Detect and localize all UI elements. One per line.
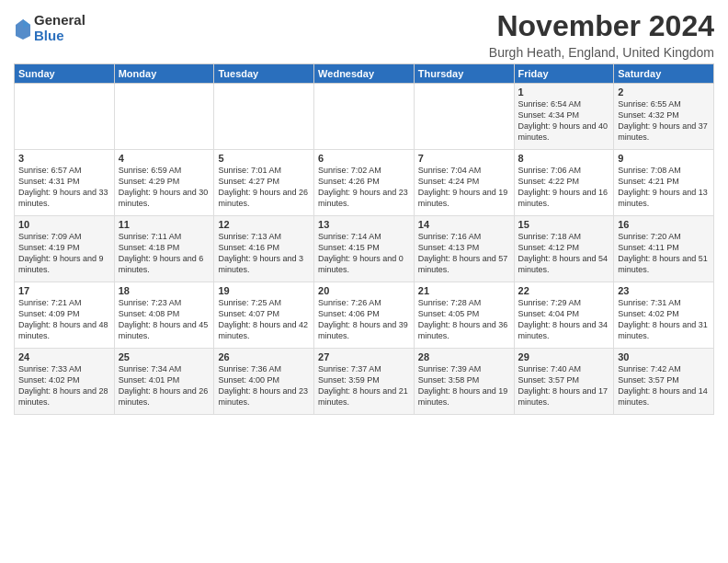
day-number: 18 [119, 285, 210, 296]
calendar-cell: 23Sunrise: 7:31 AM Sunset: 4:02 PM Dayli… [614, 282, 714, 349]
day-number: 26 [218, 351, 310, 362]
day-number: 30 [618, 351, 710, 362]
cell-content: Sunrise: 7:21 AM Sunset: 4:09 PM Dayligh… [18, 297, 110, 342]
day-header: Sunday [15, 64, 115, 84]
cell-content: Sunrise: 7:04 AM Sunset: 4:24 PM Dayligh… [418, 165, 510, 210]
day-number: 22 [518, 285, 610, 296]
cell-content: Sunrise: 7:20 AM Sunset: 4:11 PM Dayligh… [618, 231, 710, 276]
header-row: SundayMondayTuesdayWednesdayThursdayFrid… [15, 64, 714, 84]
calendar-cell: 27Sunrise: 7:37 AM Sunset: 3:59 PM Dayli… [314, 349, 415, 415]
cell-content: Sunrise: 7:25 AM Sunset: 4:07 PM Dayligh… [218, 297, 310, 342]
day-number: 17 [18, 285, 110, 296]
calendar-cell: 17Sunrise: 7:21 AM Sunset: 4:09 PM Dayli… [15, 282, 115, 349]
calendar-cell: 15Sunrise: 7:18 AM Sunset: 4:12 PM Dayli… [514, 216, 614, 282]
day-number: 3 [18, 153, 110, 164]
day-number: 1 [518, 86, 610, 98]
day-number: 2 [618, 86, 710, 98]
cell-content: Sunrise: 7:34 AM Sunset: 4:01 PM Dayligh… [119, 363, 210, 408]
day-number: 5 [218, 153, 310, 164]
calendar-cell: 21Sunrise: 7:28 AM Sunset: 4:05 PM Dayli… [414, 282, 514, 349]
day-number: 11 [119, 219, 210, 230]
calendar-cell: 10Sunrise: 7:09 AM Sunset: 4:19 PM Dayli… [15, 216, 115, 282]
day-number: 7 [418, 153, 510, 164]
day-number: 20 [318, 285, 410, 296]
cell-content: Sunrise: 7:31 AM Sunset: 4:02 PM Dayligh… [618, 297, 710, 342]
day-number: 15 [518, 219, 610, 230]
calendar-week-row: 3Sunrise: 6:57 AM Sunset: 4:31 PM Daylig… [15, 150, 714, 216]
cell-content: Sunrise: 7:26 AM Sunset: 4:06 PM Dayligh… [318, 297, 410, 342]
day-header: Wednesday [314, 64, 415, 84]
calendar-cell: 3Sunrise: 6:57 AM Sunset: 4:31 PM Daylig… [15, 150, 115, 216]
calendar-week-row: 17Sunrise: 7:21 AM Sunset: 4:09 PM Dayli… [15, 282, 714, 349]
cell-content: Sunrise: 7:23 AM Sunset: 4:08 PM Dayligh… [119, 297, 210, 342]
cell-content: Sunrise: 6:55 AM Sunset: 4:32 PM Dayligh… [618, 98, 710, 144]
cell-content: Sunrise: 7:33 AM Sunset: 4:02 PM Dayligh… [18, 363, 110, 408]
day-number: 19 [218, 285, 310, 296]
cell-content: Sunrise: 7:02 AM Sunset: 4:26 PM Dayligh… [318, 165, 410, 210]
day-header: Monday [114, 64, 214, 84]
logo: General Blue [14, 13, 85, 43]
calendar-cell: 25Sunrise: 7:34 AM Sunset: 4:01 PM Dayli… [114, 349, 214, 415]
calendar-cell: 6Sunrise: 7:02 AM Sunset: 4:26 PM Daylig… [314, 150, 415, 216]
calendar-cell: 30Sunrise: 7:42 AM Sunset: 3:57 PM Dayli… [614, 349, 714, 415]
cell-content: Sunrise: 6:57 AM Sunset: 4:31 PM Dayligh… [18, 165, 110, 210]
month-title: November 2024 [489, 9, 714, 43]
day-header: Tuesday [214, 64, 314, 84]
title-block: November 2024 Burgh Heath, England, Unit… [489, 9, 714, 60]
day-header: Saturday [614, 64, 714, 84]
location: Burgh Heath, England, United Kingdom [489, 45, 714, 60]
calendar-cell: 24Sunrise: 7:33 AM Sunset: 4:02 PM Dayli… [15, 349, 115, 415]
day-number: 10 [18, 219, 110, 230]
day-number: 23 [618, 285, 710, 296]
cell-content: Sunrise: 7:18 AM Sunset: 4:12 PM Dayligh… [518, 231, 610, 276]
cell-content: Sunrise: 7:39 AM Sunset: 3:58 PM Dayligh… [418, 363, 510, 408]
cell-content: Sunrise: 7:13 AM Sunset: 4:16 PM Dayligh… [218, 231, 310, 276]
day-header: Friday [514, 64, 614, 84]
day-header: Thursday [414, 64, 514, 84]
calendar-cell [114, 84, 214, 150]
calendar-cell: 22Sunrise: 7:29 AM Sunset: 4:04 PM Dayli… [514, 282, 614, 349]
day-number: 12 [218, 219, 310, 230]
logo-general: General [34, 13, 85, 29]
cell-content: Sunrise: 7:14 AM Sunset: 4:15 PM Dayligh… [318, 231, 410, 276]
cell-content: Sunrise: 6:54 AM Sunset: 4:34 PM Dayligh… [518, 98, 610, 144]
cell-content: Sunrise: 7:28 AM Sunset: 4:05 PM Dayligh… [418, 297, 510, 342]
cell-content: Sunrise: 6:59 AM Sunset: 4:29 PM Dayligh… [119, 165, 210, 210]
day-number: 13 [318, 219, 410, 230]
calendar-cell: 4Sunrise: 6:59 AM Sunset: 4:29 PM Daylig… [114, 150, 214, 216]
day-number: 29 [518, 351, 610, 362]
calendar-cell [414, 84, 514, 150]
header: General Blue November 2024 Burgh Heath, … [14, 9, 714, 60]
calendar-cell: 8Sunrise: 7:06 AM Sunset: 4:22 PM Daylig… [514, 150, 614, 216]
calendar-cell: 5Sunrise: 7:01 AM Sunset: 4:27 PM Daylig… [214, 150, 314, 216]
calendar-cell: 26Sunrise: 7:36 AM Sunset: 4:00 PM Dayli… [214, 349, 314, 415]
day-number: 28 [418, 351, 510, 362]
calendar-cell: 16Sunrise: 7:20 AM Sunset: 4:11 PM Dayli… [614, 216, 714, 282]
calendar-cell: 29Sunrise: 7:40 AM Sunset: 3:57 PM Dayli… [514, 349, 614, 415]
calendar-cell: 9Sunrise: 7:08 AM Sunset: 4:21 PM Daylig… [614, 150, 714, 216]
calendar-cell [15, 84, 115, 150]
calendar-cell [314, 84, 415, 150]
day-number: 8 [518, 153, 610, 164]
calendar-cell: 1Sunrise: 6:54 AM Sunset: 4:34 PM Daylig… [514, 84, 614, 150]
cell-content: Sunrise: 7:29 AM Sunset: 4:04 PM Dayligh… [518, 297, 610, 342]
day-number: 4 [119, 153, 210, 164]
day-number: 27 [318, 351, 410, 362]
cell-content: Sunrise: 7:09 AM Sunset: 4:19 PM Dayligh… [18, 231, 110, 276]
calendar-cell: 7Sunrise: 7:04 AM Sunset: 4:24 PM Daylig… [414, 150, 514, 216]
calendar-cell: 14Sunrise: 7:16 AM Sunset: 4:13 PM Dayli… [414, 216, 514, 282]
day-number: 24 [18, 351, 110, 362]
page-container: General Blue November 2024 Burgh Heath, … [0, 0, 728, 419]
cell-content: Sunrise: 7:42 AM Sunset: 3:57 PM Dayligh… [618, 363, 710, 408]
cell-content: Sunrise: 7:06 AM Sunset: 4:22 PM Dayligh… [518, 165, 610, 210]
day-number: 25 [119, 351, 210, 362]
calendar-week-row: 1Sunrise: 6:54 AM Sunset: 4:34 PM Daylig… [15, 84, 714, 150]
calendar-cell: 18Sunrise: 7:23 AM Sunset: 4:08 PM Dayli… [114, 282, 214, 349]
calendar-week-row: 24Sunrise: 7:33 AM Sunset: 4:02 PM Dayli… [15, 349, 714, 415]
cell-content: Sunrise: 7:01 AM Sunset: 4:27 PM Dayligh… [218, 165, 310, 210]
day-number: 16 [618, 219, 710, 230]
calendar-table: SundayMondayTuesdayWednesdayThursdayFrid… [14, 63, 714, 415]
calendar-week-row: 10Sunrise: 7:09 AM Sunset: 4:19 PM Dayli… [15, 216, 714, 282]
cell-content: Sunrise: 7:08 AM Sunset: 4:21 PM Dayligh… [618, 165, 710, 210]
calendar-cell: 2Sunrise: 6:55 AM Sunset: 4:32 PM Daylig… [614, 84, 714, 150]
